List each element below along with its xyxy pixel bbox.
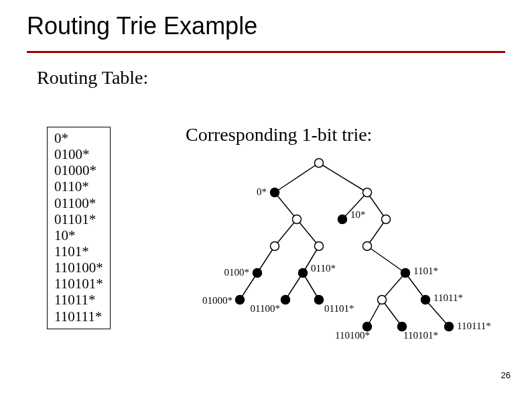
trie-node — [445, 323, 454, 331]
trie-edge — [382, 300, 402, 327]
trie-edge — [425, 300, 449, 327]
trie-edge — [367, 219, 386, 246]
trie-node — [236, 296, 245, 304]
trie-node — [281, 296, 290, 304]
trie-node — [299, 269, 308, 278]
trie-node — [271, 188, 279, 197]
trie-node-label: 110100* — [335, 330, 370, 341]
routing-entry: 0110* — [54, 178, 103, 194]
trie-edge — [405, 273, 425, 300]
routing-entry: 11011* — [54, 292, 103, 308]
trie-diagram: 0*10*0100*0110*1101*01000*01100*01101*11… — [181, 152, 516, 353]
trie-node-label: 11011* — [434, 292, 463, 303]
routing-entry: 110100* — [54, 260, 103, 276]
routing-entry: 110111* — [54, 308, 103, 325]
trie-edge — [319, 163, 367, 192]
trie-node-label: 01101* — [324, 303, 354, 314]
trie-node — [271, 242, 279, 251]
trie-labels: 0*10*0100*0110*1101*01000*01100*01101*11… — [202, 186, 491, 341]
routing-entry: 110101* — [54, 276, 103, 292]
trie-node — [315, 242, 324, 251]
routing-entry: 1101* — [54, 243, 103, 260]
routing-table: 0* 0100* 01000* 0110* 01100* 01101* 10* … — [47, 127, 111, 329]
trie-node — [338, 215, 347, 224]
slide-title: Routing Trie Example — [27, 12, 505, 47]
title-rule — [27, 51, 505, 53]
trie-edge — [275, 192, 297, 219]
trie-edge — [382, 273, 405, 300]
trie-node-label: 01000* — [202, 295, 232, 306]
trie-node — [315, 296, 324, 304]
routing-entry: 01101* — [54, 211, 103, 227]
trie-node-label: 110111* — [457, 321, 491, 331]
trie-edge — [275, 163, 319, 192]
trie-node-label: 01100* — [251, 303, 280, 314]
page-number: 26 — [501, 370, 511, 380]
trie-node-label: 0110* — [311, 263, 336, 274]
trie-node — [293, 215, 302, 224]
trie-node-label: 1101* — [413, 266, 438, 276]
trie-node-label: 0* — [257, 186, 267, 197]
trie-node — [378, 296, 387, 304]
routing-entry: 01100* — [54, 195, 103, 211]
trie-node — [363, 242, 372, 251]
routing-entry: 10* — [54, 227, 103, 243]
trie-heading: Corresponding 1-bit trie: — [186, 124, 372, 146]
trie-node — [421, 296, 430, 304]
trie-edge — [367, 192, 386, 219]
trie-node-label: 110101* — [403, 330, 438, 341]
routing-entry: 0100* — [54, 146, 103, 162]
trie-edge — [367, 246, 405, 273]
routing-entry: 01000* — [54, 162, 103, 178]
routing-table-heading: Routing Table: — [37, 67, 148, 89]
slide: Routing Trie Example Routing Table: Corr… — [0, 0, 532, 399]
trie-node — [401, 269, 410, 278]
trie-node — [363, 188, 372, 197]
trie-node — [315, 159, 324, 168]
trie-node-label: 0100* — [224, 267, 250, 278]
trie-edge — [297, 219, 319, 246]
routing-entry: 0* — [54, 130, 103, 146]
trie-node-label: 10* — [350, 209, 366, 220]
trie-node — [382, 215, 391, 224]
trie-node — [253, 269, 262, 278]
trie-edge — [275, 219, 297, 246]
